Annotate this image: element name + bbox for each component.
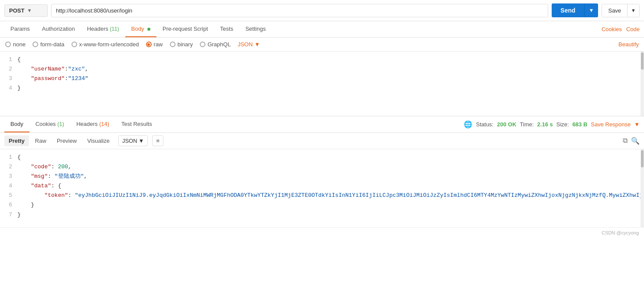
beautify-button[interactable]: Beautify — [618, 41, 639, 48]
save-dropdown-button[interactable]: ▼ — [627, 4, 639, 17]
resp-line-1: { — [17, 153, 644, 162]
save-response-button[interactable]: Save Response — [591, 121, 631, 128]
tab-params[interactable]: Params — [4, 21, 36, 37]
response-tabs: Body Cookies (1) Headers (14) Test Resul… — [0, 116, 644, 133]
radio-raw-circle — [146, 42, 152, 47]
resp-json-select[interactable]: JSON ▼ — [118, 135, 148, 146]
radio-none-circle — [5, 42, 11, 47]
radio-binary[interactable]: binary — [170, 41, 193, 48]
radio-graphql[interactable]: GraphQL — [200, 41, 231, 48]
method-chevron-icon: ▼ — [27, 8, 32, 13]
resp-tab-body[interactable]: Body — [4, 116, 29, 132]
tab-settings[interactable]: Settings — [239, 21, 272, 37]
send-button[interactable]: Send — [552, 3, 584, 17]
request-line-numbers: 1 2 3 4 — [0, 55, 17, 93]
req-line-1: { — [17, 55, 644, 64]
resp-tab-test-results[interactable]: Test Results — [115, 116, 158, 132]
resp-mode-pretty[interactable]: Pretty — [4, 135, 29, 146]
globe-icon: 🌐 — [464, 120, 472, 128]
request-code-lines: 1 2 3 4 { "userName":"zxc", "password":"… — [0, 51, 644, 96]
response-code-lines: 1 2 3 4 5 6 7 { "code": 200, "msg": "登陆成… — [0, 149, 644, 223]
resp-line-7: } — [17, 210, 644, 220]
resp-tab-cookies[interactable]: Cookies (1) — [29, 116, 70, 132]
method-label: POST — [9, 7, 24, 14]
response-code-area: 1 2 3 4 5 6 7 { "code": 200, "msg": "登陆成… — [0, 149, 644, 227]
request-scrollbar[interactable] — [641, 51, 644, 116]
response-subtoolbar: Pretty Raw Preview Visualize JSON ▼ ≡ ⧉ … — [0, 133, 644, 149]
radio-none[interactable]: none — [5, 41, 26, 48]
req-line-2: "userName":"zxc", — [17, 64, 644, 74]
radio-urlencoded[interactable]: x-www-form-urlencoded — [72, 41, 139, 48]
req-line-3: "password":"1234" — [17, 74, 644, 83]
size-label: Size: — [556, 121, 569, 128]
code-link[interactable]: Code — [626, 26, 640, 32]
request-tabs: Params Authorization Headers (11) Body P… — [0, 21, 644, 38]
resp-line-6: } — [17, 200, 644, 210]
size-value: 683 B — [572, 121, 588, 128]
footer: CSDN @cycyong — [0, 227, 644, 238]
resp-icons: ⧉ 🔍 — [623, 137, 640, 145]
radio-form-data[interactable]: form-data — [33, 41, 65, 48]
json-type-select[interactable]: JSON ▼ — [237, 41, 260, 48]
send-dropdown-button[interactable]: ▼ — [584, 3, 598, 17]
req-line-4: } — [17, 83, 644, 93]
resp-mode-visualize[interactable]: Visualize — [83, 135, 114, 146]
radio-binary-circle — [170, 42, 176, 47]
request-scrollbar-thumb — [641, 52, 644, 70]
tab-tests[interactable]: Tests — [214, 21, 239, 37]
tab-headers[interactable]: Headers (11) — [81, 21, 125, 37]
response-code-content: { "code": 200, "msg": "登陆成功", "data": { … — [17, 153, 644, 220]
radio-raw[interactable]: raw — [146, 41, 163, 48]
json-chevron-icon: ▼ — [254, 41, 260, 48]
body-options: none form-data x-www-form-urlencoded raw… — [0, 38, 644, 51]
radio-form-data-circle — [33, 42, 38, 47]
tab-body[interactable]: Body — [125, 21, 156, 37]
footer-text: CSDN @cycyong — [602, 230, 639, 235]
right-links: Cookies Code — [602, 26, 640, 32]
send-btn-group: Send ▼ — [552, 3, 598, 17]
response-meta: 🌐 Status: 200 OK Time: 2.16 s Size: 683 … — [464, 120, 640, 128]
url-input[interactable] — [51, 4, 548, 17]
search-icon[interactable]: 🔍 — [631, 137, 640, 145]
save-response-dropdown[interactable]: ▼ — [634, 121, 640, 128]
headers-badge: (11) — [110, 26, 119, 32]
time-label: Time: — [520, 121, 534, 128]
tab-pre-request[interactable]: Pre-request Script — [156, 21, 214, 37]
request-code-content[interactable]: { "userName":"zxc", "password":"1234" } — [17, 55, 644, 93]
response-scrollbar-thumb — [641, 150, 644, 167]
radio-urlencoded-circle — [72, 42, 77, 47]
response-scrollbar[interactable] — [641, 149, 644, 227]
resp-line-3: "msg": "登陆成功", — [17, 172, 644, 181]
cookies-badge: (1) — [57, 121, 64, 127]
status-value: 200 OK — [497, 121, 517, 128]
copy-icon[interactable]: ⧉ — [623, 137, 628, 145]
resp-mode-preview[interactable]: Preview — [52, 135, 81, 146]
cookies-link[interactable]: Cookies — [602, 26, 622, 32]
top-bar: POST ▼ Send ▼ Save ▼ — [0, 0, 644, 21]
time-value: 2.16 s — [537, 121, 553, 128]
resp-line-2: "code": 200, — [17, 162, 644, 172]
resp-tab-headers[interactable]: Headers (14) — [70, 116, 115, 132]
body-dot-icon — [147, 28, 150, 31]
resp-json-chevron-icon: ▼ — [139, 138, 144, 144]
save-button[interactable]: Save — [602, 4, 627, 17]
radio-graphql-circle — [200, 42, 205, 47]
request-code-area: 1 2 3 4 { "userName":"zxc", "password":"… — [0, 51, 644, 116]
filter-icon: ≡ — [156, 138, 159, 144]
method-select[interactable]: POST ▼ — [4, 4, 48, 17]
resp-headers-badge: (14) — [99, 121, 109, 127]
resp-mode-raw[interactable]: Raw — [31, 135, 51, 146]
response-line-numbers: 1 2 3 4 5 6 7 — [0, 153, 17, 220]
resp-line-5: "token": "eyJhbGciOiJIUzI1NiJ9.eyJqdGkiO… — [17, 191, 644, 200]
filter-button[interactable]: ≡ — [152, 135, 163, 146]
save-btn-group: Save ▼ — [602, 4, 640, 17]
resp-line-4: "data": { — [17, 181, 644, 191]
status-label: Status: — [476, 121, 493, 128]
tab-authorization[interactable]: Authorization — [36, 21, 81, 37]
